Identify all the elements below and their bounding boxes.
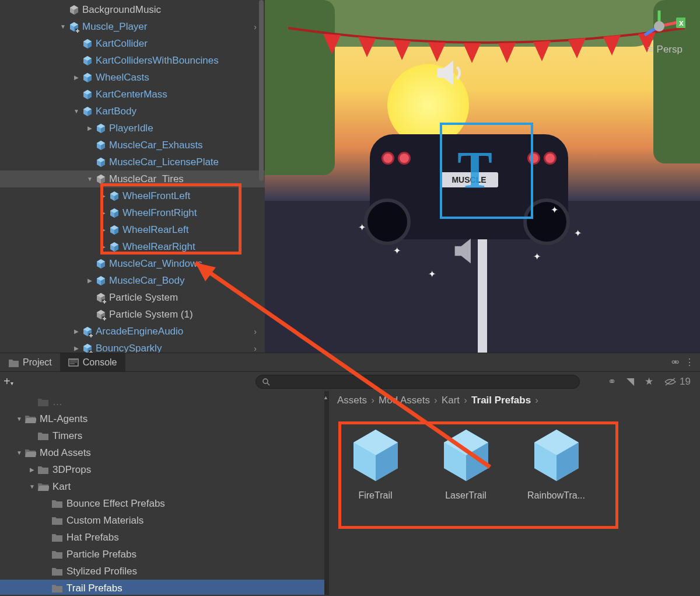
hierarchy-item[interactable]: KartCenterMass [0, 86, 265, 103]
hierarchy-item[interactable]: BouncySparkly› [0, 340, 265, 353]
hierarchy-item-label: WheelCasts [96, 72, 149, 83]
hierarchy-item[interactable]: MuscleCar_LicensePlate [0, 154, 265, 170]
prefab-icon [82, 38, 93, 50]
project-search[interactable] [256, 375, 580, 389]
hierarchy-item[interactable]: WheelCasts [0, 69, 265, 86]
console-tab[interactable]: Console [60, 353, 125, 371]
foldout-toggle[interactable] [99, 209, 107, 217]
add-button[interactable]: +▾ [4, 375, 22, 388]
folder-label: Mod Assets [40, 447, 91, 459]
folder-icon [24, 448, 36, 458]
prefab-icon [95, 156, 107, 168]
hierarchy-item-label: KartCollider [96, 38, 148, 50]
asset-item[interactable]: LaserTrail [432, 425, 499, 501]
foldout-toggle[interactable] [72, 327, 80, 336]
hierarchy-item[interactable]: KartBody [0, 103, 265, 120]
open-prefab-icon[interactable]: › [254, 327, 257, 336]
hierarchy-item[interactable]: MuscleCar_Body [0, 272, 265, 289]
foldout-toggle[interactable] [15, 449, 23, 457]
breadcrumb-part[interactable]: Trail Prefabs [471, 395, 531, 406]
breadcrumb-part[interactable]: Mod Assets [379, 395, 430, 406]
foldout-toggle[interactable] [28, 466, 36, 474]
foldout-toggle[interactable] [99, 226, 107, 234]
folder-item[interactable]: ML-Agents [0, 410, 324, 427]
folder-icon [8, 358, 19, 367]
asset-item[interactable]: RainbowTra... [523, 425, 590, 501]
search-input[interactable] [274, 377, 573, 386]
hierarchy-item[interactable]: WheelFrontRight [0, 204, 265, 221]
hierarchy-item[interactable]: ArcadeEngineAudio› [0, 323, 265, 340]
breadcrumb: Assets›Mod Assets›Kart›Trail Prefabs› [329, 391, 700, 410]
hierarchy-item[interactable]: MuscleCar_Tires [0, 170, 265, 187]
hierarchy-item-label: Particle System (1) [109, 309, 193, 320]
menu-icon[interactable]: ⋮ [685, 357, 694, 368]
hierarchy-item[interactable]: PlayerIdle [0, 120, 265, 137]
lock-icon[interactable]: ⚮ [671, 357, 679, 368]
foldout-toggle[interactable] [59, 23, 67, 31]
foldout-toggle[interactable] [99, 192, 107, 200]
folder-item[interactable]: … [0, 393, 324, 410]
breadcrumb-part[interactable]: Kart [442, 395, 460, 406]
asset-item[interactable]: FireTrail [342, 425, 409, 501]
folder-item[interactable]: Bounce Effect Prefabs [0, 495, 324, 512]
asset-label: RainbowTra... [523, 490, 590, 501]
foldout-toggle[interactable] [15, 415, 23, 423]
hierarchy-panel: BackgroundMusicMuscle_Player›KartCollide… [0, 0, 265, 353]
hierarchy-item[interactable]: MuscleCar_Windows [0, 255, 265, 272]
folder-item[interactable]: Stylized Profiles [0, 563, 324, 580]
hierarchy-item[interactable]: WheelFrontLeft [0, 187, 265, 204]
open-prefab-icon[interactable]: › [254, 344, 257, 353]
open-prefab-icon[interactable]: › [254, 22, 257, 32]
prefab-icon [527, 425, 586, 483]
prefab-icon [95, 258, 107, 270]
foldout-toggle[interactable] [72, 107, 80, 116]
folder-label: Kart [52, 481, 71, 493]
hierarchy-item[interactable]: MuscleCar_Exhausts [0, 137, 265, 154]
folder-item[interactable]: Kart [0, 478, 324, 495]
hierarchy-item[interactable]: Particle System [0, 289, 265, 306]
project-tab[interactable]: Project [0, 353, 60, 371]
filter-type-icon[interactable]: ⚭ [608, 375, 616, 388]
hierarchy-item-label: ArcadeEngineAudio [96, 326, 183, 337]
hidden-toggle[interactable]: 19 [664, 376, 691, 388]
foldout-toggle [59, 6, 67, 14]
hierarchy-item[interactable]: KartCollider [0, 35, 265, 52]
hierarchy-item[interactable]: KartCollidersWithBouncines [0, 52, 265, 69]
hierarchy-item[interactable]: WheelRearRight [0, 238, 265, 255]
hierarchy-item[interactable]: Particle System (1) [0, 306, 265, 323]
foldout-toggle[interactable] [72, 74, 80, 82]
panel-divider[interactable] [324, 391, 329, 595]
folder-icon [37, 482, 49, 492]
folder-item[interactable]: Hat Prefabs [0, 529, 324, 546]
folder-item[interactable]: 3DProps [0, 461, 324, 478]
foldout-toggle[interactable] [72, 344, 80, 353]
folder-item[interactable]: Trail Prefabs [0, 580, 324, 595]
foldout-toggle[interactable] [86, 277, 94, 285]
folder-label: Timers [52, 430, 82, 442]
hierarchy-item-label: WheelRearLeft [123, 224, 188, 236]
favorite-icon[interactable]: ★ [645, 375, 653, 388]
filter-label-icon[interactable]: ◥ [626, 375, 634, 388]
asset-area: Assets›Mod Assets›Kart›Trail Prefabs› Fi… [329, 391, 700, 595]
breadcrumb-part[interactable]: Assets [337, 395, 367, 406]
prefab-icon [437, 425, 495, 483]
hierarchy-scrollbar[interactable] [259, 0, 264, 181]
gameobject-icon [95, 292, 107, 304]
prefab-icon [82, 89, 93, 100]
hierarchy-item[interactable]: Muscle_Player› [0, 18, 265, 35]
svg-marker-3 [358, 37, 376, 57]
foldout-toggle[interactable] [99, 243, 107, 251]
hierarchy-item[interactable]: BackgroundMusic [0, 1, 265, 18]
folder-item[interactable]: Mod Assets [0, 444, 324, 461]
hierarchy-item[interactable]: WheelRearLeft [0, 221, 265, 238]
foldout-toggle[interactable] [86, 124, 94, 133]
foldout-toggle[interactable] [28, 483, 36, 491]
foldout-toggle[interactable] [86, 175, 94, 183]
orientation-gizmo[interactable]: x [633, 6, 685, 47]
folder-item[interactable]: Particle Prefabs [0, 546, 324, 563]
scene-view[interactable]: MUSCLE T Persp x ✦ ✦ ✦ ✦ ✦ ✦ [265, 0, 700, 353]
bottom-tabs: Project Console ⚮ ⋮ [0, 353, 700, 371]
gameobject-icon [95, 309, 107, 320]
folder-item[interactable]: Timers [0, 427, 324, 444]
folder-item[interactable]: Custom Materials [0, 512, 324, 529]
